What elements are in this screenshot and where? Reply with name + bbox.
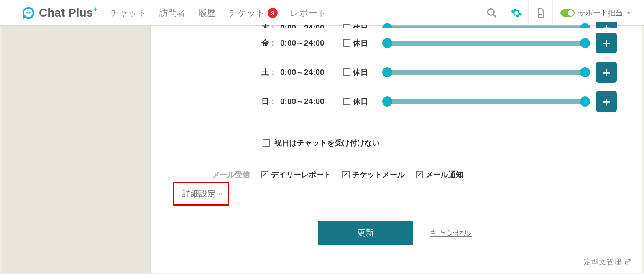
sidebar	[2, 26, 151, 273]
checkbox-icon[interactable]	[343, 68, 350, 76]
form-actions: 更新 キャンセル	[318, 221, 472, 245]
chevron-down-icon: ▼	[626, 10, 631, 15]
nav-visitors[interactable]: 訪問者	[159, 7, 186, 19]
holiday-label: 休日	[353, 38, 368, 48]
add-range-button[interactable]: ＋	[596, 33, 617, 53]
day-label: 木 :	[176, 23, 280, 28]
ticket-badge: 3	[268, 8, 278, 18]
schedule-row-fri: 金 : 0:00～24:00 休日 ＋	[176, 28, 617, 58]
slider-handle-right[interactable]	[580, 96, 590, 107]
mail-notify-label: メール通知	[426, 170, 463, 180]
support-label: サポート担当	[578, 8, 623, 18]
holiday-label: 休日	[353, 67, 368, 77]
fixed-phrases-link[interactable]: 定型文管理	[584, 257, 631, 267]
time-range: 0:00～24:00	[280, 96, 343, 107]
holiday-label: 休日	[353, 96, 368, 107]
time-slider[interactable]	[383, 70, 589, 75]
day-label: 金 :	[176, 38, 280, 48]
holiday-label: 休日	[353, 23, 368, 28]
slider-handle-right[interactable]	[580, 23, 590, 28]
mail-notify[interactable]: メール通知	[416, 170, 463, 180]
mail-ticket[interactable]: チケットメール	[342, 170, 405, 180]
checkbox-icon[interactable]	[343, 98, 350, 105]
slider-handle-left[interactable]	[382, 96, 392, 107]
public-holiday-label: 祝日はチャットを受け付けない	[274, 138, 380, 148]
mail-daily-label: デイリーレポート	[271, 170, 331, 180]
nav-chat[interactable]: チャット	[110, 7, 147, 19]
chat-logo-icon	[21, 6, 36, 20]
mail-daily-report[interactable]: デイリーレポート	[261, 170, 331, 180]
gear-icon	[511, 7, 522, 19]
mail-receive-row: メール受信 デイリーレポート チケットメール メール通知	[151, 170, 642, 180]
schedule-row-thu: 木 : 0:00～24:00 休日 ＋	[176, 22, 617, 28]
nav-ticket-label: チケット	[228, 7, 265, 19]
logo-text: Chat Plus+	[39, 6, 97, 20]
slider-handle-left[interactable]	[382, 38, 392, 48]
holiday-option[interactable]: 休日	[343, 38, 383, 48]
checkbox-icon[interactable]	[343, 24, 350, 28]
day-label: 日 :	[176, 96, 280, 107]
checkbox-icon[interactable]	[261, 171, 268, 178]
time-range: 0:00～24:00	[280, 23, 343, 28]
holiday-option[interactable]: 休日	[343, 67, 383, 77]
schedule-row-sun: 日 : 0:00～24:00 休日 ＋	[176, 87, 617, 116]
mail-section-label: メール受信	[176, 170, 250, 180]
corner-link-label: 定型文管理	[584, 257, 621, 267]
public-holiday-option[interactable]: 祝日はチャットを受け付けない	[263, 138, 380, 148]
add-range-button[interactable]: ＋	[596, 91, 617, 112]
top-nav: チャット 訪問者 履歴 チケット 3 レポート	[110, 7, 327, 19]
document-icon	[536, 7, 546, 19]
day-label: 土 :	[176, 67, 280, 78]
svg-line-1	[493, 14, 496, 17]
nav-ticket[interactable]: チケット 3	[228, 7, 278, 19]
time-range: 0:00～24:00	[280, 67, 343, 78]
nav-history[interactable]: 履歴	[198, 7, 216, 19]
checkbox-icon[interactable]	[263, 139, 270, 147]
update-button[interactable]: 更新	[318, 221, 413, 245]
mail-ticket-label: チケットメール	[352, 170, 405, 180]
external-link-icon	[624, 259, 631, 266]
details-settings-button[interactable]: 詳細設定 »	[173, 182, 229, 206]
slider-handle-right[interactable]	[580, 67, 590, 77]
slider-handle-left[interactable]	[382, 67, 392, 77]
slider-handle-left[interactable]	[382, 23, 392, 28]
schedule-row-sat: 土 : 0:00～24:00 休日 ＋	[176, 58, 617, 87]
search-icon	[486, 8, 497, 18]
double-chevron-right-icon: »	[218, 190, 220, 198]
schedule-rows: 木 : 0:00～24:00 休日 ＋ 金 : 0:00～24:00 休日	[151, 22, 642, 116]
time-slider[interactable]	[383, 99, 589, 104]
add-range-button[interactable]: ＋	[596, 22, 617, 28]
svg-point-0	[488, 9, 494, 15]
add-range-button[interactable]: ＋	[596, 62, 617, 83]
time-slider[interactable]	[383, 41, 589, 46]
settings-panel: 木 : 0:00～24:00 休日 ＋ 金 : 0:00～24:00 休日	[151, 26, 642, 273]
online-toggle-icon	[560, 9, 575, 17]
holiday-option[interactable]: 休日	[343, 96, 383, 107]
checkbox-icon[interactable]	[343, 39, 350, 47]
time-slider[interactable]	[383, 25, 589, 28]
logo[interactable]: Chat Plus+	[21, 6, 97, 20]
slider-handle-right[interactable]	[580, 38, 590, 48]
details-label: 詳細設定	[182, 188, 216, 199]
checkbox-icon[interactable]	[416, 171, 423, 178]
workspace: 木 : 0:00～24:00 休日 ＋ 金 : 0:00～24:00 休日	[2, 26, 642, 273]
holiday-option[interactable]: 休日	[343, 23, 383, 28]
cancel-link[interactable]: キャンセル	[430, 227, 472, 238]
checkbox-icon[interactable]	[342, 171, 350, 178]
time-range: 0:00～24:00	[280, 38, 343, 48]
nav-report[interactable]: レポート	[290, 7, 327, 19]
